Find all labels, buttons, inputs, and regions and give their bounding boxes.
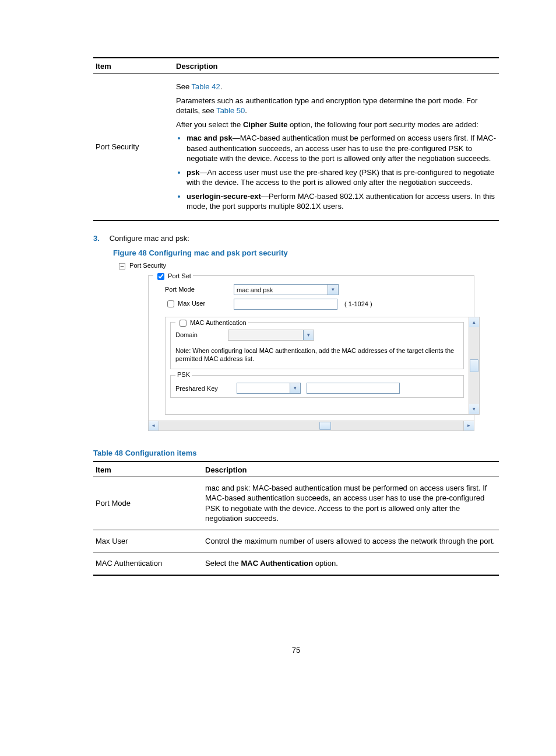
select-preshared-key-type[interactable]: ▾ — [237, 383, 301, 394]
select-port-mode[interactable]: mac and psk ▾ — [234, 284, 339, 295]
range-max-user: ( 1-1024 ) — [344, 300, 372, 307]
scroll-up-icon[interactable]: ▴ — [469, 317, 479, 327]
port-mode-value: mac and psk — [237, 286, 273, 293]
r2-item: Max User — [93, 530, 203, 552]
table-row: Max User Control the maximum number of u… — [93, 530, 499, 552]
label-preshared-key: Preshared Key — [175, 385, 231, 392]
chevron-down-icon: ▾ — [328, 285, 338, 295]
scroll-right-icon[interactable]: ▸ — [463, 421, 474, 430]
r3-post: option. — [313, 559, 338, 568]
bullet-1: mac and psk—MAC-based authentication mus… — [186, 133, 497, 164]
chevron-down-icon: ▾ — [290, 383, 300, 393]
checkbox-mac-auth[interactable] — [180, 320, 186, 327]
input-max-user[interactable] — [234, 299, 337, 310]
horizontal-scrollbar[interactable]: ◂ ▸ — [148, 421, 474, 431]
legend-port-set: Port Set — [153, 271, 193, 282]
tree-label-text: Port Security — [129, 262, 166, 269]
see-text: See — [176, 82, 192, 91]
input-preshared-key[interactable] — [307, 383, 400, 394]
table-48: Item Description Port Mode mac and psk: … — [93, 461, 499, 576]
step-3: 3. Configure mac and psk: — [93, 234, 499, 243]
td-item: Port Security — [93, 74, 174, 221]
page-number: 75 — [93, 646, 499, 654]
period2: . — [245, 106, 247, 115]
bullet-2: psk—An access user must use the pre-shar… — [186, 167, 497, 188]
table-caption: Table 48 Configuration items — [93, 449, 499, 457]
th2-item: Item — [93, 461, 203, 477]
r3-pre: Select the — [205, 559, 241, 568]
r1-item: Port Mode — [93, 477, 203, 530]
checkbox-port-set[interactable] — [157, 273, 164, 280]
r3-item: MAC Authentication — [93, 552, 203, 575]
fieldset-psk: PSK Preshared Key ▾ — [170, 375, 464, 398]
collapse-icon[interactable]: – — [119, 263, 125, 270]
p2-post: option, the following four port security… — [287, 120, 478, 129]
table-port-security: Item Description Port Security See Table… — [93, 57, 499, 221]
table-row: MAC Authentication Select the MAC Authen… — [93, 552, 499, 575]
period1: . — [220, 82, 223, 91]
label-max-user: Max User — [154, 299, 229, 309]
r2-desc: Control the maximum number of users allo… — [203, 530, 499, 552]
r1-desc: mac and psk: MAC-based authentication mu… — [203, 477, 499, 530]
r3-desc: Select the MAC Authentication option. — [203, 552, 499, 575]
note-mac-auth: Note: When configuring local MAC authent… — [175, 346, 459, 363]
hscroll-thumb[interactable] — [319, 422, 331, 430]
b2-text: —An access user must use the pre-shared … — [186, 168, 494, 187]
legend-psk: PSK — [175, 371, 192, 378]
tree-root: – Port Security — [119, 262, 492, 270]
legend-mac-auth: MAC Authentication — [175, 318, 248, 328]
scroll-down-icon[interactable]: ▾ — [469, 404, 479, 414]
link-table-42[interactable]: Table 42 — [192, 82, 220, 91]
link-table-50[interactable]: Table 50 — [216, 106, 245, 115]
p2-pre: After you select the — [176, 120, 243, 129]
select-domain[interactable]: ▾ — [228, 330, 314, 341]
mac-auth-text: MAC Authentication — [190, 319, 247, 326]
step-num: 3. — [93, 234, 107, 243]
fieldset-port-set: Port Set Port Mode mac and psk ▾ Max Use… — [148, 275, 474, 421]
b2-bold: psk — [186, 168, 199, 177]
b1-bold: mac and psk — [186, 134, 233, 142]
step-text: Configure mac and psk: — [110, 234, 189, 243]
th-desc: Description — [174, 58, 499, 74]
vscroll-thumb[interactable] — [470, 359, 478, 372]
label-port-mode: Port Mode — [154, 286, 229, 293]
label-domain: Domain — [175, 331, 222, 338]
th-item: Item — [93, 58, 174, 74]
r3-bold: MAC Authentication — [241, 559, 313, 568]
td-desc: See Table 42. Parameters such as authent… — [174, 74, 499, 221]
b1-text: —MAC-based authentication must be perfor… — [186, 134, 496, 163]
bullet-3: userlogin-secure-ext—Perform MAC-based 8… — [186, 191, 497, 212]
th2-desc: Description — [203, 461, 499, 477]
max-user-text: Max User — [178, 300, 205, 307]
checkbox-max-user[interactable] — [167, 300, 174, 307]
table-row: Port Mode mac and psk: MAC-based authent… — [93, 477, 499, 530]
vertical-scrollbar[interactable]: ▴ ▾ — [469, 317, 479, 414]
chevron-down-icon: ▾ — [303, 330, 314, 340]
figure-caption: Figure 48 Configuring mac and psk port s… — [113, 249, 499, 257]
b3-bold: userlogin-secure-ext — [186, 192, 261, 201]
scroll-left-icon[interactable]: ◂ — [149, 421, 159, 430]
figure-48: – Port Security Port Set Port Mode mac a… — [119, 262, 492, 431]
p2-bold: Cipher Suite — [243, 120, 288, 129]
scroll-pane: MAC Authentication Domain ▾ Note: When c… — [165, 317, 480, 415]
legend-port-set-label: Port Set — [168, 272, 191, 279]
fieldset-mac-auth: MAC Authentication Domain ▾ Note: When c… — [170, 322, 464, 370]
